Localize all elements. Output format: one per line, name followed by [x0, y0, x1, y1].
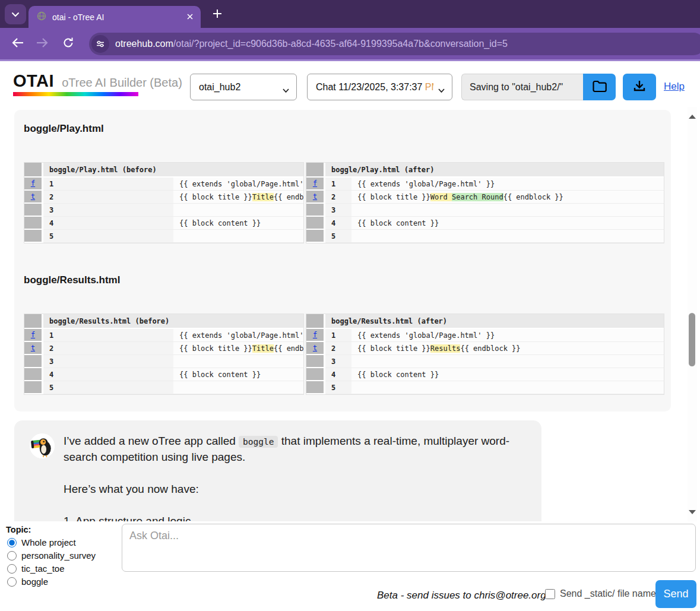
- tab-search-button[interactable]: [5, 4, 26, 24]
- folder-icon: [592, 80, 607, 94]
- new-tab-button[interactable]: [209, 7, 226, 23]
- topic-radio-tic_tac_toe[interactable]: tic_tac_toe: [7, 563, 96, 574]
- line-number: 3: [43, 355, 173, 368]
- diff-file-title: boggle/Results.html (before): [43, 314, 303, 329]
- diff-line-row: 3: [306, 204, 664, 217]
- topic-radio-boggle[interactable]: boggle: [7, 577, 96, 587]
- url-bar[interactable]: otreehub.com/otai/?project_id=c906d36b-a…: [89, 33, 700, 55]
- code-segment: {{ extends 'global/Page.html' }}: [357, 331, 495, 340]
- message-paragraph: Here’s what you now have:: [64, 482, 526, 498]
- diff-gutter-cell: [306, 230, 325, 243]
- diff-pair: boggle/Results.html (before)f1{{ extends…: [24, 314, 664, 395]
- diff-gutter-cell: [24, 230, 43, 243]
- diff-gutter-cell: [306, 381, 325, 394]
- code-line: [351, 355, 664, 368]
- diff-anchor-link-t[interactable]: t: [31, 192, 35, 201]
- code-line: {{ block title }}Word Search Round{{ end…: [351, 191, 664, 204]
- diff-gutter-header: [24, 314, 43, 329]
- topic-option-label: Whole project: [21, 537, 76, 547]
- radio-input[interactable]: [7, 577, 17, 587]
- url-path: /otai/?project_id=c906d36b-a8cd-4635-af6…: [173, 39, 508, 49]
- forward-button[interactable]: [34, 36, 50, 52]
- code-line: {{ block content }}: [173, 368, 303, 381]
- clipped-text: PM: [425, 82, 433, 92]
- code-line: {{ extends 'global/Page.html' }}: [173, 329, 303, 342]
- radio-input[interactable]: [7, 564, 17, 574]
- diff-anchor-link-t[interactable]: t: [313, 192, 317, 201]
- scroll-down-button[interactable]: [688, 507, 697, 517]
- diff-gutter-cell: [24, 368, 43, 381]
- tab-close-icon[interactable]: [186, 12, 194, 23]
- static-files-checkbox[interactable]: Send _static/ file names: [545, 588, 661, 599]
- back-button[interactable]: [10, 36, 26, 52]
- checkbox-label: Send _static/ file names: [560, 588, 661, 599]
- file-heading: boggle/Results.html: [24, 274, 664, 286]
- scrollbar: [688, 107, 697, 521]
- download-button[interactable]: [623, 74, 656, 100]
- inline-code: boggle: [239, 436, 278, 448]
- diff-card: boggle/Play.htmlboggle/Play.html (before…: [14, 110, 671, 411]
- diff-gutter-cell: [306, 368, 325, 381]
- help-link[interactable]: Help: [664, 81, 685, 93]
- diff-anchor-link-t[interactable]: t: [31, 344, 35, 352]
- diff-line-row: t2{{ block title }}Title{{ endblock }}: [24, 342, 303, 355]
- logo: OTAI oTree AI Builder (Beta): [13, 71, 182, 96]
- project-select[interactable]: otai_hub2: [190, 74, 297, 100]
- site-settings-icon[interactable]: [91, 35, 109, 53]
- code-segment: {{ endblock }}: [503, 193, 563, 201]
- diff-table-before: boggle/Play.html (before)f1{{ extends 'g…: [24, 162, 304, 243]
- radio-input[interactable]: [7, 551, 17, 561]
- ask-input[interactable]: [122, 524, 696, 572]
- line-number: 1: [325, 329, 351, 342]
- diff-anchor-link-f[interactable]: f: [313, 179, 317, 188]
- send-button[interactable]: Send: [655, 580, 696, 608]
- topic-label: Topic:: [6, 525, 31, 534]
- tab-title: otai - oTree AI: [52, 12, 186, 22]
- diff-gutter-cell: t: [306, 191, 325, 204]
- topic-radio-whole-project[interactable]: Whole project: [7, 537, 96, 547]
- diff-gutter-cell: f: [24, 329, 43, 342]
- radio-input[interactable]: [7, 538, 17, 547]
- diff-highlight-yellow: Word: [430, 193, 452, 201]
- diff-anchor-link-f[interactable]: f: [31, 331, 35, 339]
- diff-line-row: 4{{ block content }}: [306, 217, 664, 230]
- diff-gutter-cell: [306, 355, 325, 368]
- browser-tab[interactable]: otai - oTree AI: [28, 6, 201, 28]
- diff-file-title: boggle/Play.html (after): [325, 163, 664, 178]
- code-line: [173, 381, 303, 394]
- topic-option-label: tic_tac_toe: [21, 563, 65, 574]
- scrollbar-thumb[interactable]: [689, 313, 695, 366]
- topic-option-label: boggle: [21, 577, 48, 587]
- diff-anchor-link-t[interactable]: t: [313, 344, 317, 352]
- reload-icon: [62, 37, 74, 51]
- diff-anchor-link-f[interactable]: f: [313, 331, 317, 339]
- chevron-down-icon: [282, 85, 290, 96]
- saving-group: Saving to "otai_hub2/": [461, 74, 616, 100]
- code-segment: {{ extends 'global/Page.html' }}: [179, 180, 303, 188]
- line-number: 5: [43, 381, 173, 394]
- choose-folder-button[interactable]: [583, 74, 616, 100]
- chat-select[interactable]: Chat 11/23/2025, 3:37:37 PM: [307, 74, 452, 100]
- diff-line-row: 5: [24, 381, 303, 394]
- chat-select-value: Chat 11/23/2025, 3:37:37 PM: [316, 82, 433, 93]
- diff-gutter-header: [24, 163, 43, 178]
- line-number: 3: [325, 204, 351, 217]
- chevron-down-icon: [11, 9, 20, 20]
- line-number: 2: [43, 342, 173, 355]
- line-number: 4: [325, 217, 351, 230]
- topic-radio-personality_survey[interactable]: personality_survey: [7, 550, 96, 561]
- reload-button[interactable]: [61, 36, 76, 52]
- diff-gutter-cell: [306, 204, 325, 217]
- code-line: {{ block content }}: [351, 217, 664, 230]
- line-number: 1: [325, 178, 351, 191]
- diff-line-row: 4{{ block content }}: [24, 368, 303, 381]
- code-line: {{ extends 'global/Page.html' }}: [173, 178, 303, 191]
- url-text: otreehub.com/otai/?project_id=c906d36b-a…: [115, 39, 508, 49]
- diff-gutter-header: [306, 314, 325, 329]
- scroll-up-button[interactable]: [688, 112, 697, 121]
- diff-line-row: f1{{ extends 'global/Page.html' }}: [24, 178, 303, 191]
- diff-highlight-yellow: Results: [430, 344, 461, 353]
- code-line: [351, 204, 664, 217]
- checkbox-input[interactable]: [545, 589, 555, 599]
- diff-anchor-link-f[interactable]: f: [31, 179, 35, 188]
